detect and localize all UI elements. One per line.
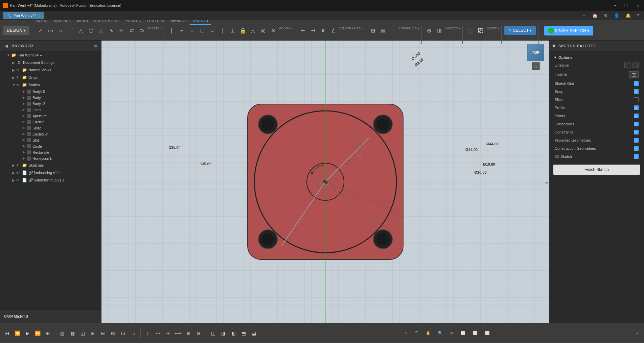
tree-bodies[interactable]: ▼ 👁 📁 Bodies [0,81,101,89]
tree-body11[interactable]: 👁 Body11 [0,95,101,101]
linetype-btn1[interactable]: ◁ [624,63,631,68]
close-button[interactable]: × [635,2,641,9]
section-btn4[interactable]: ⬒ [239,329,248,338]
comments-add-button[interactable]: ＋ [91,313,97,320]
tree-circleslot[interactable]: 👁 CircleSlot [0,131,101,137]
titlebar-controls[interactable]: − ❐ × [612,2,641,9]
tree-named-views[interactable]: ▶ 👁 📁 Named Views [0,66,101,74]
analysis-btn2[interactable]: ⇔ [154,329,162,338]
palette-collapse-icon[interactable]: ◀ [552,44,555,48]
render-mode-button[interactable]: ⬜ [458,329,468,337]
tree-50mmfan[interactable]: ▶ 👁 📄 🔗 50mmfan hub v1:1 [0,176,101,184]
analysis-btn6[interactable]: ⊖ [194,329,203,338]
display-btn1[interactable]: ▧ [58,329,67,338]
section-btn5[interactable]: ⬓ [249,329,258,338]
cross-tool[interactable]: ✕ [269,26,278,35]
inspect2[interactable]: ▥ [435,26,444,35]
projected-geometries-checkbox[interactable] [634,138,639,143]
options-header[interactable]: ▼ Options [549,54,644,61]
analysis-btn4[interactable]: ⟷ [174,329,183,338]
analysis-btn5[interactable]: ⊕ [184,329,193,338]
display-btn2[interactable]: ▦ [68,329,77,338]
parallel-tool[interactable]: ∥ [218,26,227,35]
section-btn3[interactable]: ◧ [229,329,238,338]
linetype-btn2[interactable]: ○ [632,63,639,68]
tree-circle[interactable]: 👁 Circle [0,143,101,149]
triangle-tool[interactable]: △ [76,26,86,35]
tree-root[interactable]: ▼ 📁 Fan Went v4 ● [0,51,101,59]
spline-tool[interactable]: ∿ [107,26,116,35]
points-checkbox[interactable] [634,114,639,118]
lookat-control[interactable]: 📷 [629,71,639,78]
construction-geometries-checkbox[interactable] [634,146,639,151]
line-tool[interactable]: ⟋ [36,26,45,35]
constraint1[interactable]: ⊢ [298,26,307,35]
inspect1[interactable]: ⊕ [424,26,434,35]
skip-back-button[interactable]: ⏮ [3,329,12,338]
insert2[interactable]: 🖼 [476,26,485,35]
play-button[interactable]: ▶ [23,329,32,338]
browser-settings-button[interactable]: ⊕ [92,43,99,49]
tree-document-settings[interactable]: ▶ ⚙ Document Settings [0,59,101,66]
equal-tool[interactable]: = [208,26,217,35]
minimize-button[interactable]: − [612,2,619,9]
tree-rectangle[interactable]: 👁 Rectangle [0,149,101,155]
tree-lines[interactable]: 👁 Lines [0,107,101,113]
tree-body12[interactable]: 👁 Body12 [0,101,101,107]
fillet-tool[interactable]: ⌓ [96,26,106,35]
sketch-grid-checkbox[interactable] [634,81,639,86]
zoom-button[interactable]: 🔍 [435,329,445,337]
home-button[interactable]: ⌂ [532,62,540,70]
arc-tool[interactable]: ⌒ [66,26,75,35]
tree-origin[interactable]: ▶ 👁 📁 Origin [0,74,101,81]
configure3[interactable]: ↔ [388,26,398,35]
tree-aperture[interactable]: 👁 Aperture [0,113,101,119]
break-tool[interactable]: ○ [187,26,197,35]
tree-honeycomb[interactable]: 👁 Honeycomb [0,155,101,162]
circle-tool[interactable]: ○ [56,26,65,35]
fillet2-tool[interactable]: ∟ [198,26,207,35]
offset-tool[interactable]: ⊂ [127,26,136,35]
new-tab-button[interactable]: ＋ [580,12,588,19]
tree-slot[interactable]: 👁 Slot [0,137,101,143]
settings-icon[interactable]: ⚙ [602,13,610,19]
select-button[interactable]: ↖ SELECT ▾ [504,26,536,35]
constraint4[interactable]: ∠ [328,26,338,35]
display-btn7[interactable]: ⊡ [119,329,128,338]
display-btn5[interactable]: ⊟ [98,329,107,338]
slice-checkbox[interactable] [634,97,639,102]
display-btn4[interactable]: ⊞ [88,329,97,338]
constraint2[interactable]: ⊣ [308,26,318,35]
help-icon[interactable]: ? [635,13,641,19]
configure2[interactable]: ▤ [378,26,388,35]
display-btn8[interactable]: □ [129,329,138,338]
triangle2-tool[interactable]: △ [248,26,258,35]
section-view-button[interactable]: ⬜ [470,329,480,337]
configure1[interactable]: ⊞ [368,26,377,35]
3d-sketch-checkbox[interactable] [634,154,639,159]
skip-forward-button[interactable]: ⏭ [43,329,52,338]
snap-checkbox[interactable] [634,89,639,94]
insert1[interactable]: ⬛ [465,26,475,35]
pan-button[interactable]: ✋ [423,329,433,337]
dimensions-checkbox[interactable] [634,122,639,126]
rect-tool[interactable]: ▭ [46,26,55,35]
lock-tool[interactable]: 🔒 [238,26,248,35]
tree-slot2[interactable]: 👁 Slot2 [0,125,101,131]
canvas-area[interactable]: Ø2.00 Ø44.00 Ø10.00 135.0° Ø2.00 Ø44.00 … [101,41,549,323]
scissors-tool[interactable]: ✂ [117,26,126,35]
profile-checkbox[interactable] [634,105,639,110]
linetype-control[interactable]: ◁ ○ [624,63,639,68]
home-button[interactable]: 🏠 [590,13,600,19]
account-icon[interactable]: 👤 [612,13,621,19]
tab-close-icon[interactable]: × [38,14,40,18]
constraints-checkbox[interactable] [634,130,639,134]
lookat-button[interactable]: 📷 [629,71,639,78]
trim-tool[interactable]: | [167,26,177,35]
browser-back-button[interactable]: ◀ [3,43,9,49]
tab-fan-went[interactable]: 🔧 Fan Went v4* × [3,12,44,19]
polygon-tool[interactable]: ⬡ [86,26,96,35]
notification-icon[interactable]: 🔔 [623,13,633,19]
view-cube-box[interactable]: TOP [527,44,544,61]
extend-tool[interactable]: ⌐ [177,26,187,35]
